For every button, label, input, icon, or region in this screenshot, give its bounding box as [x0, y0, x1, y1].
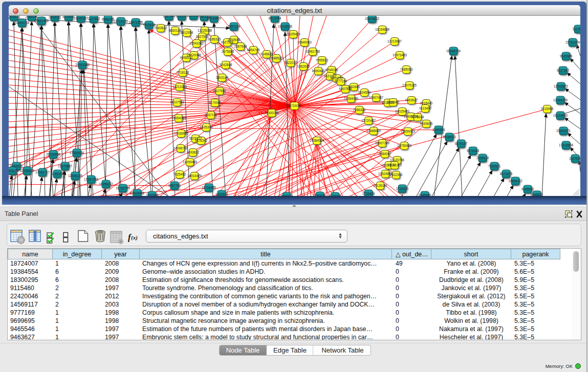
svg-text:9777169: 9777169 — [335, 79, 347, 83]
svg-text:12213303: 12213303 — [172, 85, 187, 89]
svg-text:7625402: 7625402 — [173, 172, 186, 176]
svg-text:8990443: 8990443 — [312, 69, 325, 73]
svg-text:8471676: 8471676 — [500, 172, 513, 176]
svg-text:15751074: 15751074 — [565, 40, 580, 44]
svg-text:8454749: 8454749 — [247, 48, 260, 52]
svg-text:3675685: 3675685 — [222, 50, 234, 53]
svg-text:7515526: 7515526 — [143, 23, 156, 27]
svg-text:9529986: 9529986 — [560, 54, 573, 58]
svg-text:1733426: 1733426 — [362, 192, 375, 195]
svg-text:16151322: 16151322 — [387, 163, 402, 167]
svg-text:10958117: 10958117 — [99, 182, 113, 186]
svg-text:11325419: 11325419 — [286, 32, 300, 36]
svg-text:12923448: 12923448 — [130, 191, 145, 195]
svg-text:16543382: 16543382 — [189, 41, 204, 45]
svg-text:1145194: 1145194 — [51, 172, 64, 176]
svg-text:3624554: 3624554 — [358, 91, 371, 94]
svg-text:1292345: 1292345 — [146, 193, 159, 196]
svg-text:7986322: 7986322 — [353, 108, 366, 112]
svg-text:21364436: 21364436 — [344, 97, 359, 100]
svg-text:15720407: 15720407 — [361, 119, 376, 122]
svg-text:10655287: 10655287 — [74, 16, 89, 20]
svg-text:14055724: 14055724 — [15, 21, 30, 25]
svg-text:17359934: 17359934 — [70, 151, 84, 155]
svg-text:8186323: 8186323 — [208, 37, 221, 41]
svg-text:7955812: 7955812 — [316, 58, 329, 62]
svg-text:13226058: 13226058 — [198, 29, 212, 32]
svg-text:1187544: 1187544 — [163, 16, 176, 18]
svg-text:7663822: 7663822 — [155, 26, 167, 30]
svg-text:15692971: 15692971 — [556, 129, 571, 133]
svg-text:10120746: 10120746 — [390, 158, 405, 162]
svg-text:9084067: 9084067 — [379, 152, 391, 156]
svg-text:1966060: 1966060 — [387, 100, 400, 104]
svg-text:18724007: 18724007 — [287, 104, 302, 107]
svg-text:6966160: 6966160 — [102, 17, 115, 21]
svg-text:1435394: 1435394 — [200, 125, 213, 129]
svg-text:6794028: 6794028 — [325, 68, 338, 72]
svg-text:1640954: 1640954 — [432, 128, 445, 132]
svg-text:8813054: 8813054 — [269, 16, 281, 20]
svg-text:9245612: 9245612 — [531, 193, 543, 196]
svg-text:10025433: 10025433 — [395, 110, 410, 113]
svg-text:12505135: 12505135 — [68, 174, 83, 178]
svg-text:3267110: 3267110 — [205, 113, 217, 117]
svg-text:8938923: 8938923 — [443, 135, 456, 139]
svg-text:1588520: 1588520 — [270, 56, 283, 60]
svg-text:2803144: 2803144 — [216, 76, 229, 79]
svg-text:10719135: 10719135 — [114, 19, 128, 23]
svg-text:20053346: 20053346 — [75, 63, 90, 67]
svg-text:16961758: 16961758 — [306, 50, 320, 53]
svg-text:10688609: 10688609 — [366, 129, 381, 133]
svg-text:9245080: 9245080 — [419, 193, 431, 196]
svg-text:1117534: 1117534 — [572, 27, 580, 31]
svg-text:9055287: 9055287 — [176, 16, 188, 18]
svg-text:1167534: 1167534 — [569, 157, 580, 160]
svg-text:2069140: 2069140 — [26, 16, 38, 18]
svg-text:19166825: 19166825 — [174, 132, 189, 135]
svg-text:17957253: 17957253 — [84, 178, 99, 181]
svg-text:12156829: 12156829 — [20, 169, 35, 172]
svg-text:7357224: 7357224 — [228, 25, 241, 28]
svg-text:9118440: 9118440 — [329, 194, 342, 196]
svg-text:2054646: 2054646 — [228, 38, 241, 41]
svg-text:9227342: 9227342 — [557, 69, 570, 72]
svg-text:12975125: 12975125 — [402, 83, 417, 87]
svg-text:(x): (x) — [131, 234, 138, 241]
svg-text:9242848: 9242848 — [220, 63, 232, 67]
svg-text:9146821: 9146821 — [260, 52, 273, 56]
svg-text:6497568: 6497568 — [339, 87, 352, 91]
svg-text:1431514: 1431514 — [215, 192, 228, 196]
svg-text:1092344: 1092344 — [280, 194, 293, 196]
svg-text:12093872: 12093872 — [554, 84, 569, 88]
svg-text:16671355: 16671355 — [128, 20, 143, 24]
svg-text:16154808: 16154808 — [375, 28, 390, 31]
svg-text:1182035: 1182035 — [314, 194, 326, 196]
svg-text:9699695: 9699695 — [420, 122, 433, 125]
svg-text:15716485: 15716485 — [202, 186, 216, 189]
svg-text:8912954: 8912954 — [181, 31, 193, 34]
svg-text:9575644: 9575644 — [411, 115, 424, 119]
svg-text:16033809: 16033809 — [207, 16, 222, 20]
svg-text:14099489: 14099489 — [183, 160, 198, 164]
svg-text:2667608: 2667608 — [234, 45, 247, 48]
svg-text:16640910: 16640910 — [297, 40, 312, 44]
svg-text:16648764: 16648764 — [446, 49, 461, 53]
svg-text:9245652: 9245652 — [521, 187, 534, 191]
svg-text:23975867: 23975867 — [58, 164, 73, 168]
svg-text:7632621: 7632621 — [488, 164, 501, 168]
svg-text:10973493: 10973493 — [393, 53, 407, 57]
svg-text:19756928: 19756928 — [397, 144, 412, 147]
svg-text:6879197: 6879197 — [455, 142, 468, 145]
svg-text:9113400: 9113400 — [419, 106, 432, 110]
svg-text:5322037: 5322037 — [285, 61, 297, 64]
svg-text:19384554: 19384554 — [310, 139, 324, 142]
svg-text:10807487: 10807487 — [369, 96, 384, 99]
svg-text:17046766: 17046766 — [173, 146, 188, 150]
svg-text:19654983: 19654983 — [171, 116, 186, 120]
svg-text:8427552: 8427552 — [213, 89, 226, 93]
svg-text:20691406: 20691406 — [34, 19, 49, 23]
svg-text:7485063: 7485063 — [400, 68, 413, 71]
svg-text:3215955: 3215955 — [541, 107, 554, 111]
svg-text:9518440: 9518440 — [420, 101, 433, 105]
